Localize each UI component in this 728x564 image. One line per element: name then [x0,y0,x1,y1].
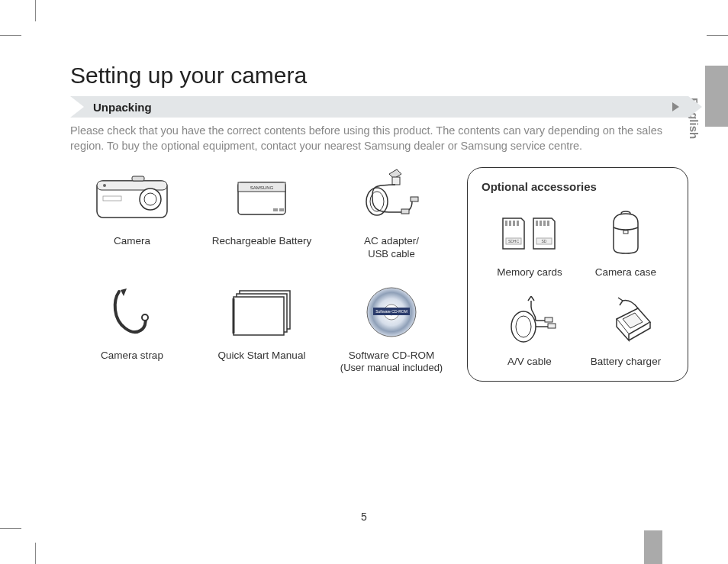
item-label: Rechargeable Battery [212,234,312,248]
item-strap: Camera strap [70,282,194,382]
opt-camera-case: Camera case [578,207,674,278]
svg-rect-5 [132,176,144,181]
svg-text:SDHC: SDHC [508,239,520,243]
svg-rect-29 [513,221,515,226]
item-battery: SAMSUNG Rechargeable Battery [200,167,324,268]
optional-title: Optional accessories [482,180,674,193]
opt-memory-cards: SDHC SD Memory cards [482,207,578,278]
svg-rect-27 [505,221,507,226]
item-label: Software CD-ROM [349,349,435,363]
crop-mark [0,35,21,36]
optional-accessories-box: Optional accessories SDHC SD [467,167,688,382]
battery-icon: SAMSUNG [235,167,288,228]
svg-rect-12 [392,177,400,185]
svg-rect-1 [97,181,167,190]
crop-mark [35,0,36,21]
opt-label: Camera case [595,266,656,278]
item-ac-adapter: AC adapter/ USB cable [330,167,453,268]
opt-av-cable: A/V cable [482,296,578,367]
ac-adapter-icon [357,167,426,228]
intro-text: Please check that you have the correct c… [70,124,688,153]
side-tab [705,66,728,127]
manual-icon [229,282,295,343]
svg-text:SAMSUNG: SAMSUNG [250,185,274,190]
item-sub-label: (User manual included) [340,362,443,373]
camera-case-icon [601,207,650,260]
svg-rect-11 [279,208,284,211]
battery-charger-icon [595,296,656,350]
svg-point-3 [144,193,156,205]
svg-text:SD: SD [542,239,547,243]
svg-rect-28 [509,221,511,226]
svg-rect-33 [536,221,538,226]
item-label: Camera strap [101,349,163,363]
sd-cards-icon: SDHC SD [495,207,564,260]
item-cdrom: Software CD-ROM Software CD-ROM (User ma… [330,282,453,382]
page-number: 5 [361,511,367,523]
footer-tab [644,530,662,564]
cdrom-icon: Software CD-ROM [364,282,419,343]
svg-rect-36 [547,221,549,226]
svg-rect-20 [234,297,284,335]
svg-rect-34 [540,221,542,226]
item-manual: Quick Start Manual [200,282,324,382]
svg-rect-30 [517,221,519,226]
strap-icon [105,282,159,343]
item-label: AC adapter/ [364,234,419,248]
arrow-right-icon [672,102,679,111]
av-cable-icon [499,296,560,350]
page-title: Setting up your camera [70,63,688,89]
included-grid: Camera SAMSUNG Rechargeable Battery [70,167,453,382]
svg-point-17 [142,314,148,321]
svg-rect-10 [273,208,278,211]
section-label: Unpacking [93,101,152,114]
opt-label: Memory cards [497,266,562,278]
item-sub-label: USB cable [368,248,414,259]
content-row: Camera SAMSUNG Rechargeable Battery [70,167,688,382]
opt-label: A/V cable [507,356,552,367]
svg-point-6 [103,184,106,187]
crop-mark [35,543,36,564]
svg-text:Software CD-ROM: Software CD-ROM [375,309,407,314]
crop-mark [0,528,21,529]
opt-battery-charger: Battery charger [578,296,674,367]
crop-mark [707,35,728,36]
camera-icon [95,167,169,228]
svg-rect-15 [411,197,418,201]
item-label: Quick Start Manual [218,349,306,363]
opt-label: Battery charger [591,356,661,367]
svg-rect-43 [548,324,556,328]
svg-rect-42 [545,317,552,322]
optional-grid: SDHC SD Memory cards [482,207,674,367]
svg-rect-35 [543,221,546,226]
svg-rect-16 [401,209,409,214]
item-label: Camera [114,234,150,248]
section-header: Unpacking [70,96,688,118]
svg-point-41 [516,316,531,337]
item-camera: Camera [70,167,194,268]
